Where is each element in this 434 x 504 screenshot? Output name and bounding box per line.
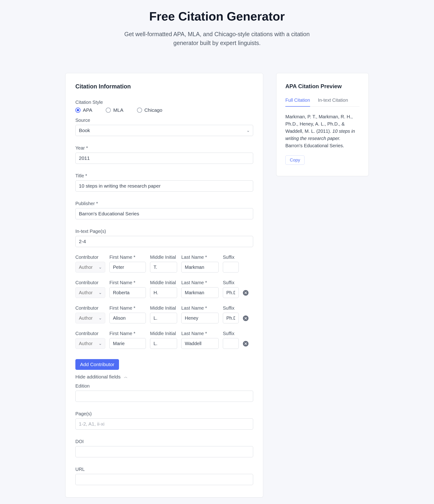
intext-pages-input[interactable]	[75, 236, 253, 247]
contributor-role-label: Contributor	[75, 331, 105, 336]
first-name-input[interactable]	[109, 287, 146, 298]
last-name-label: Last Name *	[181, 331, 219, 336]
pages-input[interactable]	[75, 418, 253, 430]
middle-initial-input[interactable]	[150, 287, 177, 298]
first-name-label: First Name *	[109, 255, 146, 260]
first-name-label: First Name *	[109, 306, 146, 311]
last-name-input[interactable]	[181, 313, 219, 324]
last-name-input[interactable]	[181, 262, 219, 272]
edition-input[interactable]	[75, 391, 253, 402]
middle-initial-label: Middle Initial	[150, 306, 177, 311]
last-name-label: Last Name *	[181, 255, 219, 260]
intext-pages-label: In-text Page(s)	[75, 229, 253, 234]
contributor-row: Contributor⌄First Name *Middle InitialLa…	[75, 306, 253, 324]
first-name-input[interactable]	[109, 262, 146, 272]
title-input[interactable]	[75, 180, 253, 192]
suffix-input[interactable]	[223, 313, 239, 324]
radio-mla[interactable]: MLA	[106, 107, 123, 113]
suffix-label: Suffix	[223, 306, 239, 311]
citation-style-label: Citation Style	[75, 100, 253, 105]
contributor-role-select[interactable]	[75, 338, 105, 349]
radio-apa[interactable]: APA	[75, 107, 92, 113]
citation-preview-text: Markman, P. T., Markman, R. H., Ph.D., H…	[285, 113, 355, 149]
middle-initial-input[interactable]	[150, 313, 177, 324]
middle-initial-label: Middle Initial	[150, 280, 177, 285]
publisher-input[interactable]	[75, 208, 253, 219]
contributor-role-select[interactable]	[75, 262, 105, 272]
preview-heading: APA Citation Preview	[285, 83, 360, 90]
contributor-role-select[interactable]	[75, 313, 105, 324]
last-name-input[interactable]	[181, 338, 219, 349]
url-input[interactable]	[75, 474, 253, 485]
last-name-input[interactable]	[181, 287, 219, 298]
contributor-role-label: Contributor	[75, 280, 105, 285]
title-label: Title *	[75, 173, 253, 179]
pages-label: Page(s)	[75, 411, 253, 416]
url-label: URL	[75, 467, 253, 472]
page-title: Free Citation Generator	[0, 9, 434, 23]
toggle-additional-fields[interactable]: Hide additional fields ︿	[75, 374, 253, 380]
first-name-input[interactable]	[109, 313, 146, 324]
year-label: Year *	[75, 145, 253, 151]
doi-label: DOI	[75, 439, 253, 444]
chevron-up-icon: ︿	[124, 375, 128, 379]
suffix-label: Suffix	[223, 255, 239, 260]
publisher-label: Publisher *	[75, 201, 253, 206]
middle-initial-input[interactable]	[150, 338, 177, 349]
radio-icon	[137, 108, 142, 113]
citation-form-card: Citation Information Citation Style APA …	[65, 73, 263, 497]
contributor-role-select[interactable]	[75, 287, 105, 298]
middle-initial-input[interactable]	[150, 262, 177, 272]
contributor-role-label: Contributor	[75, 306, 105, 311]
add-contributor-button[interactable]: Add Contributor	[75, 359, 119, 370]
suffix-input[interactable]	[223, 338, 239, 349]
page-subtitle: Get well-formatted APA, MLA, and Chicago…	[0, 30, 434, 47]
tab-intext-citation[interactable]: In-text Citation	[318, 98, 348, 106]
contributor-row: Contributor⌄First Name *Middle InitialLa…	[75, 331, 253, 349]
last-name-label: Last Name *	[181, 306, 219, 311]
citation-preview-card: APA Citation Preview Full Citation In-te…	[276, 73, 369, 176]
contributor-role-label: Contributor	[75, 255, 105, 260]
radio-icon	[75, 108, 81, 113]
tab-full-citation[interactable]: Full Citation	[285, 98, 310, 107]
suffix-label: Suffix	[223, 280, 239, 285]
radio-icon	[106, 108, 111, 113]
source-label: Source	[75, 117, 253, 123]
first-name-label: First Name *	[109, 280, 146, 285]
remove-contributor-button[interactable]	[243, 315, 248, 321]
contributor-row: Contributor⌄First Name *Middle InitialLa…	[75, 280, 253, 298]
source-select[interactable]	[75, 125, 253, 136]
contributor-row: Contributor⌄First Name *Middle InitialLa…	[75, 255, 253, 272]
year-input[interactable]	[75, 153, 253, 164]
first-name-label: First Name *	[109, 331, 146, 336]
first-name-input[interactable]	[109, 338, 146, 349]
remove-contributor-button[interactable]	[243, 341, 248, 346]
middle-initial-label: Middle Initial	[150, 331, 177, 336]
doi-input[interactable]	[75, 446, 253, 457]
last-name-label: Last Name *	[181, 280, 219, 285]
suffix-input[interactable]	[223, 287, 239, 298]
suffix-label: Suffix	[223, 331, 239, 336]
remove-contributor-button[interactable]	[243, 290, 248, 296]
suffix-input[interactable]	[223, 262, 239, 272]
radio-chicago[interactable]: Chicago	[137, 107, 163, 113]
edition-label: Edition	[75, 383, 253, 389]
middle-initial-label: Middle Initial	[150, 255, 177, 260]
form-heading: Citation Information	[75, 83, 253, 90]
copy-button[interactable]: Copy	[285, 155, 305, 165]
